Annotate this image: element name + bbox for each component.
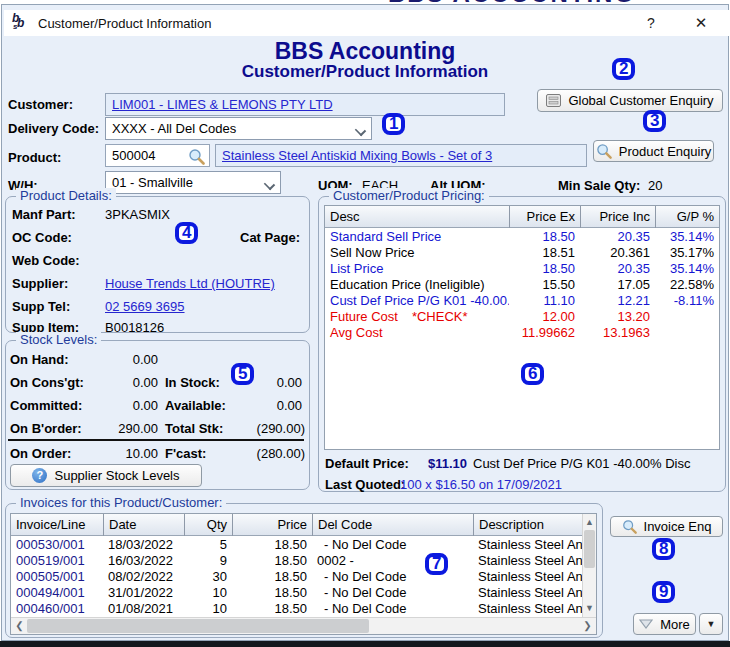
stock-levels-title: Stock Levels: (16, 332, 101, 347)
annotation-badge-4: 4 (175, 222, 198, 244)
invoice-description: Stainless Steel Antis (473, 601, 583, 616)
price-desc: Future Cost*CHECK* (325, 309, 509, 324)
product-description-field[interactable]: Stainless Steel Antiskid Mixing Bowls - … (215, 144, 587, 167)
invoice-number[interactable]: 000505/001 (11, 569, 103, 584)
on-border-value: 290.00 (90, 421, 158, 436)
default-price-desc: Cust Def Price P/G K01 -40.00% Disc (473, 456, 690, 471)
global-customer-enquiry-button[interactable]: Global Customer Enquiry (537, 89, 723, 112)
horizontal-scroll-thumb[interactable] (27, 619, 369, 633)
invoice-description: Stainless Steel Antis (473, 569, 583, 584)
pricing-row[interactable]: Avg Cost 11.99662 13.1963 (325, 324, 719, 340)
more-dropdown-button[interactable]: ▼ (699, 613, 723, 635)
pricing-row[interactable]: List Price 18.50 20.35 35.14% (325, 260, 719, 276)
annotation-badge-9: 9 (652, 581, 675, 603)
product-enquiry-button[interactable]: Product Enquiry (593, 140, 714, 162)
annotation-badge-1: 1 (382, 113, 405, 135)
supp-tel-link[interactable]: 02 5669 3695 (105, 299, 185, 314)
customer-label: Customer: (8, 97, 73, 112)
pricing-title: Customer/Product Pricing: (329, 188, 489, 203)
chevron-down-icon (265, 180, 273, 188)
pricing-row[interactable]: Standard Sell Price 18.50 20.35 35.14% (325, 228, 719, 244)
invoice-row[interactable]: 000530/001 18/03/2022 5 18.50 - No Del C… (11, 536, 596, 552)
invoice-number[interactable]: 000460/001 (11, 601, 103, 616)
product-code-value: 500004 (112, 148, 155, 163)
vertical-scrollbar[interactable]: ▲ ▼ (582, 514, 596, 617)
customer-field[interactable]: LIM001 - LIMES & LEMONS PTY LTD (105, 93, 505, 116)
close-button[interactable]: ✕ (684, 10, 718, 36)
price-gp: 22.58% (655, 277, 719, 292)
pricing-col-desc: Desc (325, 206, 509, 228)
invoice-date: 18/03/2022 (103, 537, 184, 552)
supplier-link[interactable]: House Trends Ltd (HOUTRE) (105, 276, 275, 291)
invoice-qty: 10 (184, 601, 232, 616)
warehouse-select[interactable]: 01 - Smallville (105, 171, 281, 194)
price-ex: 15.50 (509, 277, 580, 292)
invoice-date: 01/08/2021 (103, 601, 184, 616)
pricing-row[interactable]: Future Cost*CHECK* 12.00 13.20 (325, 308, 719, 324)
stock-divider (8, 439, 304, 441)
default-price-label: Default Price: (325, 456, 409, 471)
invoice-description: Stainless Steel Antis (473, 553, 583, 568)
invoice-enq-button[interactable]: Invoice Enq (610, 516, 723, 537)
horizontal-scrollbar[interactable]: ❮ ❯ (11, 617, 596, 634)
product-details-title: Product Details: (16, 188, 116, 203)
search-icon[interactable] (188, 148, 205, 165)
price-gp: 35.17% (655, 245, 719, 260)
price-ex: 11.10 (509, 293, 580, 308)
scroll-down-icon[interactable]: ▼ (583, 601, 596, 616)
invoice-qty: 10 (184, 585, 232, 600)
invoice-row[interactable]: 000519/001 16/03/2022 9 18.50 0002 - Sta… (11, 552, 596, 568)
customer-link[interactable]: LIM001 - LIMES & LEMONS PTY LTD (112, 97, 333, 112)
annotation-badge-8: 8 (652, 538, 675, 560)
pricing-row[interactable]: Sell Now Price 18.51 20.361 35.17% (325, 244, 719, 260)
price-desc: Avg Cost (325, 325, 509, 340)
on-hand-label: On Hand: (10, 352, 69, 367)
default-price-value: $11.10 (428, 456, 467, 471)
fcast-label: F'cast: (165, 446, 206, 461)
inv-col-del-code: Del Code (312, 514, 473, 536)
price-desc: List Price (325, 261, 509, 276)
on-consgt-value: 0.00 (90, 375, 158, 390)
invoice-row[interactable]: 000494/001 31/01/2022 10 18.50 - No Del … (11, 584, 596, 600)
on-border-label: On B'order: (10, 421, 82, 436)
invoice-qty: 5 (184, 537, 232, 552)
help-button[interactable]: ? (634, 10, 668, 36)
chevron-down-icon (639, 619, 653, 629)
price-desc: Education Price (Ineligible) (325, 277, 509, 292)
pricing-row[interactable]: Cust Def Price P/G K01 -40.00... 11.10 1… (325, 292, 719, 308)
inv-col-date: Date (103, 514, 184, 536)
supplier-stock-levels-label: Supplier Stock Levels (54, 468, 179, 483)
invoice-number[interactable]: 000530/001 (11, 537, 103, 552)
oc-code-label: OC Code: (12, 230, 72, 245)
invoice-enq-label: Invoice Enq (644, 519, 712, 534)
product-code-field[interactable]: 500004 (105, 144, 210, 167)
supplier-label: Supplier: (12, 276, 68, 291)
annotation-badge-7: 7 (425, 553, 448, 575)
delivery-code-select[interactable]: XXXX - All Del Codes (105, 117, 372, 140)
scroll-right-icon[interactable]: ❯ (580, 618, 595, 634)
more-button[interactable]: More (633, 613, 696, 635)
invoice-date: 08/02/2022 (103, 569, 184, 584)
vertical-scroll-thumb[interactable] (584, 530, 595, 568)
annotation-badge-6: 6 (521, 363, 544, 385)
scroll-up-icon[interactable]: ▲ (583, 515, 596, 530)
invoice-number[interactable]: 000494/001 (11, 585, 103, 600)
scroll-left-icon[interactable]: ❮ (12, 618, 27, 634)
product-description-link[interactable]: Stainless Steel Antiskid Mixing Bowls - … (222, 148, 492, 163)
pricing-row[interactable]: Education Price (Ineligible) 15.50 17.05… (325, 276, 719, 292)
warehouse-value: 01 - Smallville (112, 175, 193, 190)
last-quoted-value: 100 x $16.50 on 17/09/2021 (400, 477, 562, 492)
invoice-row[interactable]: 000460/001 01/08/2021 10 18.50 - No Del … (11, 600, 596, 616)
price-inc: 20.361 (580, 245, 655, 260)
invoice-row[interactable]: 000505/001 08/02/2022 30 18.50 - No Del … (11, 568, 596, 584)
window-title: Customer/Product Information (38, 16, 211, 31)
pricing-col-gp: G/P % (655, 206, 719, 228)
price-inc: 20.35 (580, 229, 655, 244)
supplier-stock-levels-button[interactable]: ? Supplier Stock Levels (10, 464, 202, 487)
price-ex: 18.50 (509, 229, 580, 244)
invoice-number[interactable]: 000519/001 (11, 553, 103, 568)
manf-part-value: 3PKASMIX (105, 207, 170, 222)
available-value: 0.00 (234, 398, 302, 413)
inv-col-description: Description (473, 514, 583, 536)
committed-value: 0.00 (90, 398, 158, 413)
